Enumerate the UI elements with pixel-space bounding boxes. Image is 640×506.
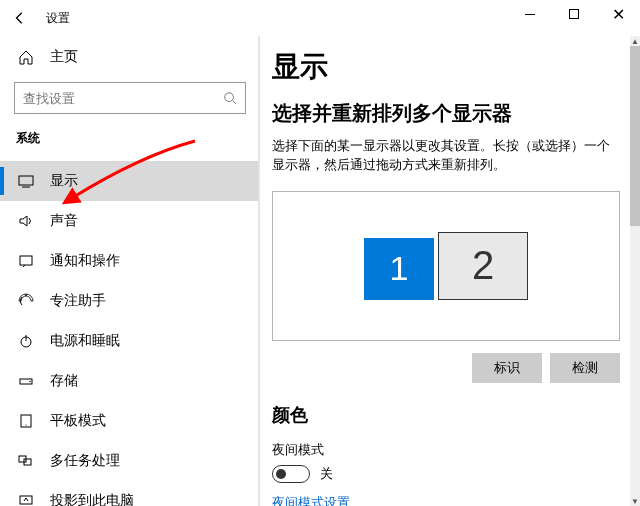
monitor-2[interactable]: 2 bbox=[438, 232, 528, 300]
page-title: 显示 bbox=[272, 48, 620, 86]
project-icon bbox=[18, 493, 34, 506]
sidebar-item-label: 专注助手 bbox=[50, 292, 106, 310]
scroll-down-arrow[interactable]: ▼ bbox=[630, 496, 640, 506]
sidebar-home[interactable]: 主页 bbox=[0, 38, 260, 76]
night-light-state: 关 bbox=[320, 465, 333, 483]
sidebar-item-project[interactable]: 投影到此电脑 bbox=[0, 481, 260, 506]
notifications-icon bbox=[18, 253, 34, 269]
window-title: 设置 bbox=[46, 10, 70, 27]
sidebar-item-tablet[interactable]: 平板模式 bbox=[0, 401, 260, 441]
color-section-title: 颜色 bbox=[272, 403, 620, 427]
sidebar-home-label: 主页 bbox=[50, 48, 78, 66]
maximize-button[interactable] bbox=[552, 0, 596, 28]
detect-button[interactable]: 检测 bbox=[550, 353, 620, 383]
sidebar-item-storage[interactable]: 存储 bbox=[0, 361, 260, 401]
scroll-up-arrow[interactable]: ▲ bbox=[630, 36, 640, 46]
sidebar-item-label: 投影到此电脑 bbox=[50, 492, 134, 506]
sidebar-section-title: 系统 bbox=[0, 122, 260, 155]
home-icon bbox=[18, 49, 34, 65]
main-content: 显示 选择并重新排列多个显示器 选择下面的某一显示器以更改其设置。长按（或选择）… bbox=[260, 36, 640, 506]
monitor-1[interactable]: 1 bbox=[364, 238, 434, 300]
section-arrange-title: 选择并重新排列多个显示器 bbox=[272, 100, 620, 127]
sidebar-item-label: 存储 bbox=[50, 372, 78, 390]
svg-rect-2 bbox=[19, 176, 33, 185]
section-arrange-desc: 选择下面的某一显示器以更改其设置。长按（或选择）一个显示器，然后通过拖动方式来重… bbox=[272, 137, 620, 175]
sidebar-item-label: 通知和操作 bbox=[50, 252, 120, 270]
night-light-label: 夜间模式 bbox=[272, 441, 620, 459]
multitask-icon bbox=[18, 453, 34, 469]
sidebar-item-label: 平板模式 bbox=[50, 412, 106, 430]
title-bar: 设置 ✕ bbox=[0, 0, 640, 36]
focus-icon bbox=[18, 293, 34, 309]
power-icon bbox=[18, 333, 34, 349]
sidebar-item-label: 显示 bbox=[50, 172, 78, 190]
sidebar-item-focus[interactable]: 专注助手 bbox=[0, 281, 260, 321]
sidebar-item-power[interactable]: 电源和睡眠 bbox=[0, 321, 260, 361]
monitor-arrange-box[interactable]: 1 2 bbox=[272, 191, 620, 341]
main-scrollbar[interactable]: ▲ ▼ bbox=[630, 36, 640, 506]
minimize-button[interactable] bbox=[508, 0, 552, 28]
tablet-icon bbox=[18, 413, 34, 429]
search-box[interactable] bbox=[14, 82, 246, 114]
identify-button[interactable]: 标识 bbox=[472, 353, 542, 383]
svg-point-11 bbox=[25, 424, 26, 425]
scroll-thumb[interactable] bbox=[630, 46, 640, 226]
back-button[interactable] bbox=[0, 0, 40, 36]
night-light-toggle[interactable] bbox=[272, 465, 310, 483]
search-input[interactable] bbox=[23, 91, 193, 106]
close-button[interactable]: ✕ bbox=[596, 0, 640, 28]
sidebar-item-sound[interactable]: 声音 bbox=[0, 201, 260, 241]
svg-line-1 bbox=[233, 101, 237, 105]
sidebar-item-label: 多任务处理 bbox=[50, 452, 120, 470]
night-light-settings-link[interactable]: 夜间模式设置 bbox=[272, 494, 350, 506]
sound-icon bbox=[18, 213, 34, 229]
svg-rect-4 bbox=[20, 256, 32, 265]
sidebar-item-label: 电源和睡眠 bbox=[50, 332, 120, 350]
sidebar-item-multitask[interactable]: 多任务处理 bbox=[0, 441, 260, 481]
svg-point-0 bbox=[225, 93, 234, 102]
sidebar-item-label: 声音 bbox=[50, 212, 78, 230]
display-icon bbox=[18, 173, 34, 189]
window-controls: ✕ bbox=[508, 0, 640, 28]
sidebar: 主页 系统 显示 声音 通知和操作 专注助手 bbox=[0, 36, 260, 506]
svg-point-9 bbox=[29, 381, 30, 382]
search-icon bbox=[223, 91, 237, 105]
back-arrow-icon bbox=[13, 11, 27, 25]
sidebar-nav: 显示 声音 通知和操作 专注助手 电源和睡眠 存储 bbox=[0, 161, 260, 506]
sidebar-item-notifications[interactable]: 通知和操作 bbox=[0, 241, 260, 281]
storage-icon bbox=[18, 373, 34, 389]
sidebar-item-display[interactable]: 显示 bbox=[0, 161, 260, 201]
